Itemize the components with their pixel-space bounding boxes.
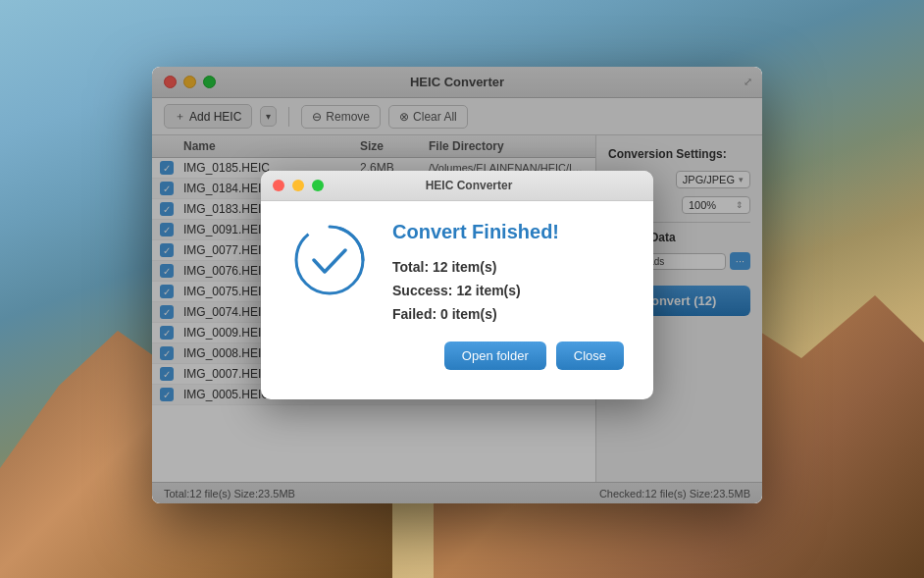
success-label: Success: [392,283,452,298]
modal-actions: Open folder Close [392,342,624,370]
success-value: 12 item(s) [456,283,520,298]
main-window: HEIC Converter ⤢ ＋ Add HEIC ▾ ⊖ Remove ⊗… [152,67,762,503]
success-icon [290,221,369,299]
modal-heading: Convert Finished! [392,221,624,243]
total-value: 12 item(s) [433,259,496,275]
modal-minimize-button[interactable] [292,180,304,191]
modal-maximize-button[interactable] [312,180,324,191]
failed-value: 0 item(s) [440,306,497,322]
modal-titlebar: HEIC Converter [261,171,653,201]
open-folder-button[interactable]: Open folder [444,342,546,370]
modal-dialog: HEIC Converter Convert Finished! Total: … [261,171,653,399]
failed-stat: Failed: 0 item(s) [392,306,624,322]
modal-overlay: HEIC Converter Convert Finished! Total: … [152,67,762,503]
total-label: Total: [392,259,429,275]
modal-content: Convert Finished! Total: 12 item(s) Succ… [392,221,624,370]
modal-body: Convert Finished! Total: 12 item(s) Succ… [290,221,624,370]
modal-close-button[interactable] [273,180,284,191]
close-modal-button[interactable]: Close [556,342,624,370]
total-stat: Total: 12 item(s) [392,259,624,275]
modal-title: HEIC Converter [426,179,548,192]
success-stat: Success: 12 item(s) [392,283,624,298]
failed-label: Failed: [392,306,436,322]
